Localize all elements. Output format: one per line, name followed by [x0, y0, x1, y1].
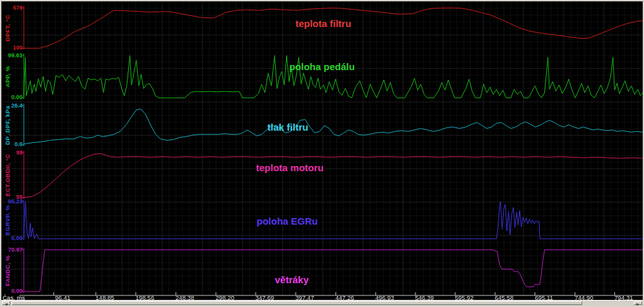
horizontal-scrollbar[interactable]: ◄ ► [1, 300, 643, 306]
app-max-value: 99.61 [8, 52, 23, 59]
dpft-curve-label: teplota filtru [296, 18, 352, 29]
fandc-curve-label: větráky [275, 274, 309, 285]
x-tick-label: 744.90 [574, 294, 593, 300]
app-axis-name: APP, % [5, 66, 11, 87]
grid-major [1, 1, 643, 295]
x-tick-label: 546.39 [415, 294, 433, 300]
x-tick-label: 496.93 [375, 294, 394, 300]
fandc-axis-name: FANDC, % [5, 255, 11, 286]
x-tick-label: 447.26 [336, 294, 354, 300]
scrollbar-thumb[interactable] [12, 301, 582, 305]
x-tick-label: 248.38 [176, 294, 194, 300]
dpft-axis-name: DPFT, °C [5, 15, 11, 42]
x-tick-label: 148.85 [95, 294, 114, 300]
x-tick-label: 347.69 [255, 294, 274, 300]
x-tick-label: 397.47 [296, 294, 314, 300]
diagnostics-chart-window: 576100DPFT, °Cteplota filtru99.610.00APP… [0, 0, 644, 307]
x-tick-label: 298.20 [216, 294, 234, 300]
dp_dpf-max-value: 26.4 [11, 102, 23, 109]
fandc-max-value: 70.97 [8, 247, 23, 253]
dp_dpf-min-value: 0.0 [14, 141, 23, 147]
egrvp-max-value: 95.23 [8, 198, 23, 205]
ect-axis-name: ECT.OBDII, °C [5, 154, 11, 196]
scroll-right-button[interactable]: ► [634, 301, 642, 305]
egrvp-curve-label: poloha EGRu [257, 216, 318, 227]
x-tick-label: 96.41 [55, 294, 71, 300]
dpft-min-value: 100 [13, 44, 23, 51]
egrvp-axis-name: EGRVP, % [5, 205, 11, 235]
ect-curve-label: teplota motoru [256, 162, 324, 173]
x-tick-label: 198.56 [135, 294, 154, 300]
app-min-value: 0.00 [11, 94, 23, 100]
x-tick-label: 695.11 [535, 294, 553, 300]
x-tick-label: 645.58 [495, 294, 513, 300]
x-tick-label: 595.92 [455, 294, 473, 300]
fandc-min-value: 0.00 [11, 288, 23, 294]
ect-max-value: 98 [16, 149, 23, 156]
dp_dpf-axis-name: DP_DPF, kPa [5, 105, 11, 145]
egrvp-min-value: 0.00 [11, 235, 23, 241]
app-curve-label: poloha pedálu [289, 61, 355, 72]
x-tick-label: 794.31 [614, 294, 633, 300]
x-axis-title: Čas, ms [3, 294, 25, 300]
chart-plot-area[interactable]: 576100DPFT, °Cteplota filtru99.610.00APP… [1, 1, 643, 300]
dp_dpf-curve-label: tlak filtru [267, 122, 308, 133]
scroll-left-button[interactable]: ◄ [2, 301, 10, 305]
dpft-max-value: 576 [13, 5, 23, 11]
